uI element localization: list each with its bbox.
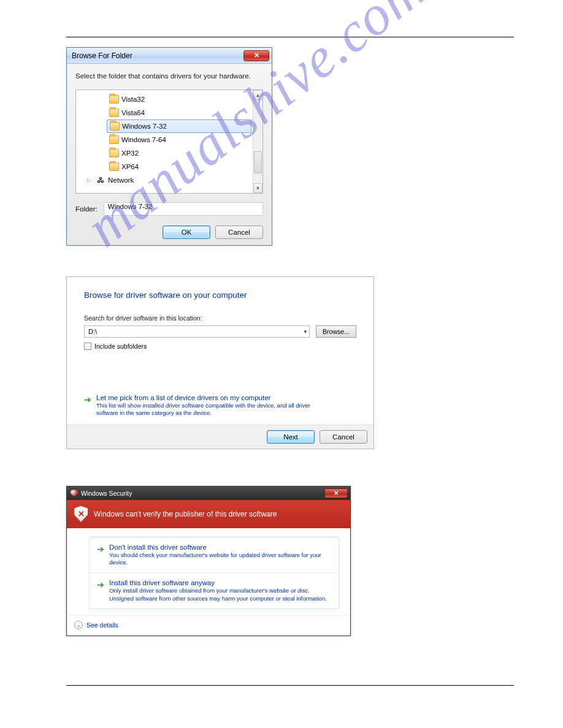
folder-icon — [110, 122, 120, 131]
folder-label: Folder: — [75, 205, 98, 213]
tree-item[interactable]: XP64 — [76, 160, 262, 173]
folder-icon — [109, 95, 119, 104]
location-value: D:\ — [88, 328, 97, 335]
tree-item-label: Vista64 — [121, 109, 145, 116]
tree-item[interactable]: Vista32 — [76, 93, 262, 106]
page-rule-bottom — [66, 685, 514, 686]
network-icon: 🖧 — [96, 176, 105, 184]
chevron-down-icon: ⌄ — [74, 621, 83, 629]
dialog-heading: Browse for driver software on your compu… — [84, 290, 356, 300]
tree-item-label: Windows 7-32 — [122, 123, 167, 130]
shield-icon — [71, 490, 78, 497]
tree-item[interactable]: XP32 — [76, 146, 262, 160]
ok-button[interactable]: OK — [163, 226, 210, 239]
expand-icon[interactable]: ▷ — [87, 177, 91, 183]
tree-item-label: Vista32 — [121, 96, 145, 103]
close-button[interactable]: ✕ — [243, 50, 269, 61]
dialog-title: Browse For Folder — [72, 51, 243, 60]
next-button[interactable]: Next — [267, 430, 315, 444]
see-details-toggle[interactable]: ⌄ See details — [67, 615, 350, 635]
cancel-button[interactable]: Cancel — [215, 226, 263, 239]
arrow-right-icon: ➔ — [97, 580, 104, 602]
folder-icon — [109, 108, 119, 117]
option-title: Don't install this driver software — [109, 544, 331, 551]
cancel-button[interactable]: Cancel — [320, 430, 367, 444]
browse-button[interactable]: Browse... — [316, 325, 356, 338]
arrow-right-icon: ➔ — [97, 544, 104, 567]
folder-icon — [109, 149, 119, 157]
tree-item-label: XP64 — [121, 163, 139, 170]
folder-icon — [109, 135, 119, 144]
close-icon: ✕ — [334, 490, 339, 496]
folder-tree[interactable]: Vista32 Vista64 Windows 7-32 Windows 7-6… — [75, 89, 263, 194]
folder-input[interactable]: Windows 7-32 — [104, 202, 263, 216]
see-details-label: See details — [86, 621, 118, 629]
tree-item-label: Network — [108, 176, 134, 184]
folder-icon — [109, 162, 119, 171]
dialog-instruction: Select the folder that contains drivers … — [75, 72, 263, 80]
link-description: This list will show installed driver sof… — [96, 402, 332, 417]
tree-item-selected[interactable]: Windows 7-32 — [107, 119, 251, 133]
link-title: Let me pick from a list of device driver… — [96, 394, 332, 401]
tree-item-network[interactable]: ▷ 🖧 Network — [76, 173, 262, 187]
tree-item[interactable]: Windows 7-64 — [76, 133, 262, 146]
dialog-titlebar: Browse For Folder ✕ — [67, 48, 272, 64]
tree-item-label: Windows 7-64 — [121, 136, 166, 143]
windows-security-dialog: Windows Security ✕ ✕ Windows can't verif… — [66, 486, 351, 636]
dont-install-option[interactable]: ➔ Don't install this driver software You… — [90, 537, 339, 573]
dialog-title: Windows Security — [81, 490, 132, 497]
scroll-thumb[interactable] — [254, 151, 262, 173]
warning-text: Windows can't verify the publisher of th… — [94, 510, 277, 518]
search-location-label: Search for driver software in this locat… — [84, 314, 356, 322]
location-combobox[interactable]: D:\ ▼ — [84, 325, 310, 338]
scroll-down-button[interactable]: ▼ — [253, 183, 262, 193]
include-subfolders-checkbox[interactable]: Include subfolders — [84, 343, 356, 350]
option-title: Install this driver software anyway — [109, 579, 331, 586]
option-description: You should check your manufacturer's web… — [109, 552, 331, 567]
shield-warning-icon: ✕ — [74, 506, 88, 522]
close-icon: ✕ — [254, 51, 259, 59]
browse-for-folder-dialog: Browse For Folder ✕ Select the folder th… — [66, 47, 272, 246]
checkbox-icon — [84, 343, 91, 350]
browse-driver-software-dialog: Browse for driver software on your compu… — [66, 276, 374, 449]
close-button[interactable]: ✕ — [324, 488, 348, 498]
option-description: Only install driver software obtained fr… — [109, 587, 331, 602]
page-rule-top — [66, 37, 514, 37]
dropdown-icon: ▼ — [303, 329, 308, 335]
tree-item[interactable]: Vista64 — [76, 106, 262, 119]
checkbox-label: Include subfolders — [94, 343, 147, 350]
options-list: ➔ Don't install this driver software You… — [89, 537, 339, 609]
dialog-footer: Next Cancel — [67, 425, 373, 449]
install-anyway-option[interactable]: ➔ Install this driver software anyway On… — [90, 572, 339, 609]
scroll-up-button[interactable]: ▲ — [253, 90, 262, 100]
dialog-titlebar: Windows Security ✕ — [67, 487, 350, 500]
scrollbar[interactable]: ▲ ▼ — [253, 90, 262, 193]
folder-input-value: Windows 7-32 — [108, 203, 153, 210]
pick-from-list-link[interactable]: ➔ Let me pick from a list of device driv… — [84, 394, 356, 417]
warning-banner: ✕ Windows can't verify the publisher of … — [67, 500, 350, 528]
arrow-right-icon: ➔ — [84, 395, 91, 417]
dialog-body: Select the folder that contains drivers … — [67, 64, 272, 245]
tree-item-label: XP32 — [121, 150, 139, 157]
